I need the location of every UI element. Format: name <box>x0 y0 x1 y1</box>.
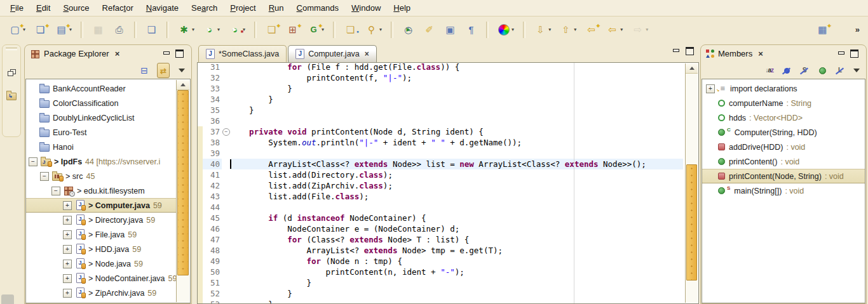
code-line[interactable] <box>230 148 683 159</box>
view-menu-button[interactable] <box>853 69 860 72</box>
tree-item[interactable]: −◔> edu.kit.filesystem <box>26 183 176 198</box>
hide-local-types-icon[interactable]: L <box>836 67 844 75</box>
code-line[interactable]: System.out.println("|-" + ident + " " + … <box>230 137 683 148</box>
tree-item[interactable]: +J> NodeContainer.java59 <box>26 271 176 286</box>
tree-item[interactable]: Hanoi <box>26 140 176 154</box>
back-button[interactable]: ⇦▾ <box>605 21 624 39</box>
minimize-button[interactable] <box>163 51 170 57</box>
folding-ruler[interactable]: − <box>222 63 230 303</box>
tree-item[interactable]: ColorClassification <box>26 96 176 110</box>
color-palette-button[interactable]: ▾ <box>496 21 515 39</box>
dropdown-caret-icon[interactable]: ▾ <box>512 27 514 32</box>
dropdown-caret-icon[interactable]: ▾ <box>379 27 382 32</box>
code-line[interactable] <box>230 116 683 126</box>
member-item[interactable]: printContent(Node, String): void <box>702 169 865 183</box>
member-item[interactable]: computerName: String <box>702 96 865 110</box>
tree-item[interactable]: +J> Computer.java59 <box>26 198 176 213</box>
dropdown-caret-icon[interactable]: ▾ <box>192 27 194 32</box>
member-item[interactable]: printContent(): void <box>702 154 865 169</box>
close-icon[interactable]: × <box>115 49 120 58</box>
code-line[interactable]: } <box>230 288 683 299</box>
dropdown-caret-icon[interactable]: ▾ <box>646 27 648 32</box>
code-line[interactable]: printContent(f, "|-"); <box>230 72 683 83</box>
minimize-button[interactable] <box>672 48 679 55</box>
new-editor-button[interactable]: ❏✦ <box>33 21 48 39</box>
editor-tab[interactable]: J*SomeClass.java <box>198 45 287 62</box>
open-type-button[interactable]: ❏● <box>343 21 358 39</box>
dropdown-caret-icon[interactable]: ▾ <box>620 27 623 32</box>
tree-item[interactable]: +J> File.java59 <box>26 227 176 242</box>
close-icon[interactable]: × <box>365 50 369 58</box>
code-line[interactable]: } <box>230 83 683 94</box>
sort-button[interactable]: ↓az <box>765 67 773 74</box>
code-line[interactable]: for (Class<? extends Node> T : list) { <box>230 234 683 245</box>
scrollbar-thumb[interactable] <box>686 164 697 281</box>
code-line[interactable] <box>230 202 683 213</box>
scroll-up-arrow[interactable] <box>686 63 698 74</box>
collapse-icon[interactable]: − <box>40 172 49 181</box>
tree-item[interactable]: +J> ZipArchiv.java59 <box>26 286 176 300</box>
copy-pages-button[interactable]: ❏ <box>144 21 159 39</box>
scrollbar-thumb[interactable] <box>177 90 189 275</box>
external-tools-button[interactable]: ◷▶ <box>401 21 416 39</box>
tree-item[interactable]: −> src45 <box>26 169 176 183</box>
expand-icon[interactable]: + <box>63 260 72 268</box>
expand-icon[interactable]: + <box>63 245 72 254</box>
maximize-button[interactable] <box>686 47 694 55</box>
menu-file[interactable]: File <box>4 1 30 15</box>
debug-button[interactable]: ✱▾ <box>177 21 196 39</box>
member-item[interactable]: CComputer(String, HDD) <box>702 125 865 140</box>
menu-project[interactable]: Project <box>224 1 262 15</box>
code-line[interactable]: for (File f : hdd.get(File.class)) { <box>230 62 683 72</box>
editor-tab[interactable]: JComputer.java× <box>288 45 377 62</box>
code-line[interactable]: NodeContainer e = (NodeContainer) d; <box>230 223 683 234</box>
close-icon[interactable]: × <box>758 49 763 58</box>
code-line[interactable]: } <box>230 94 683 105</box>
hide-static-icon[interactable]: S <box>800 67 809 75</box>
menu-edit[interactable]: Edit <box>30 1 57 15</box>
print-button[interactable]: ⎙ <box>112 21 126 39</box>
member-item[interactable]: +≡import declarations <box>702 81 865 96</box>
tree-item[interactable]: Euro-Test <box>26 125 176 140</box>
link-with-editor-button[interactable]: ⇄ <box>157 63 170 78</box>
minimize-button[interactable] <box>837 51 844 57</box>
code-editor[interactable]: 3132333435363738394041424344454647484950… <box>197 62 699 304</box>
code-line[interactable]: } <box>230 277 683 288</box>
code-line[interactable]: ArrayList<Class<? extends Node>> list = … <box>230 159 683 169</box>
maximize-button[interactable] <box>175 50 184 58</box>
show-whitespace-button[interactable]: ¶ <box>464 21 478 39</box>
tree-item[interactable]: +J> Directory.java59 <box>26 213 176 227</box>
menu-search[interactable]: Search <box>185 1 224 15</box>
restore-views-icon[interactable] <box>8 69 16 76</box>
code-line[interactable]: list.add(ZipArchiv.class); <box>230 180 683 191</box>
code-line[interactable]: } <box>230 105 683 116</box>
menu-source[interactable]: Source <box>57 1 95 15</box>
open-fast-view-icon[interactable]: ↳ <box>6 90 17 100</box>
code-line[interactable]: for (Node n : tmp) { <box>230 256 683 267</box>
run-external-button[interactable]: ●▶■▾ <box>227 21 247 39</box>
drag-handle[interactable] <box>6 48 17 50</box>
code-line[interactable]: list.add(File.class); <box>230 191 683 202</box>
new-view-button[interactable]: ▤✦▾ <box>54 21 73 39</box>
collapse-icon[interactable]: − <box>51 187 60 195</box>
run-button[interactable]: ●▶▾ <box>202 21 221 39</box>
menu-help[interactable]: Help <box>387 1 417 15</box>
expand-icon[interactable]: + <box>63 289 72 298</box>
menu-commands[interactable]: Commands <box>290 1 345 15</box>
highlighter-button[interactable]: ✐ <box>422 21 437 39</box>
editor-scrollbar[interactable] <box>685 63 698 303</box>
show-public-icon[interactable] <box>818 67 827 75</box>
minimized-view-stub[interactable] <box>1 294 14 304</box>
member-item[interactable]: addDrive(HDD): void <box>702 140 865 154</box>
expand-icon[interactable]: + <box>63 216 72 225</box>
expand-icon[interactable]: + <box>63 230 72 239</box>
next-annotation-button[interactable]: ⇩▾ <box>533 21 552 39</box>
scroll-up-arrow[interactable] <box>177 80 189 90</box>
code-line[interactable]: } <box>230 299 683 304</box>
previous-annotation-button[interactable]: ⇧▾ <box>559 21 578 39</box>
new-package-button[interactable]: ⊞✦ <box>285 21 300 39</box>
tree-item[interactable]: DoublyLinkedCyclicList <box>26 110 176 125</box>
expand-icon[interactable]: + <box>63 201 72 210</box>
code-line[interactable]: list.add(Directory.class); <box>230 169 683 180</box>
tree-item[interactable]: +J> Node.java59 <box>26 256 176 271</box>
